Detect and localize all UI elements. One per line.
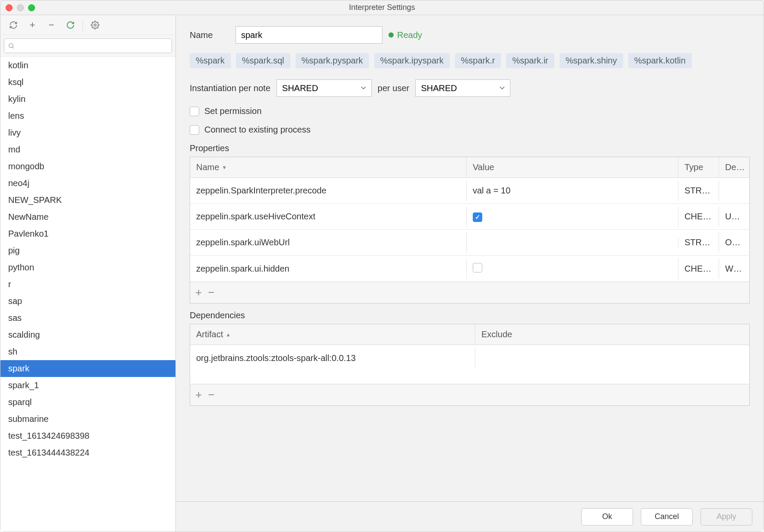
window-title: Interpreter Settings <box>0 3 764 12</box>
sort-asc-icon: ▲ <box>226 332 231 338</box>
settings-gear-button[interactable] <box>86 17 105 33</box>
properties-col-name[interactable]: Name ▼ <box>190 157 467 177</box>
properties-table: Name ▼ Value Type De… zeppelin.SparkInte… <box>190 157 750 304</box>
property-row[interactable]: zeppelin.spark.useHiveContextCHE…Us… <box>190 204 749 230</box>
restart-button[interactable] <box>61 17 80 33</box>
properties-col-type[interactable]: Type <box>678 157 719 177</box>
property-value-checkbox[interactable] <box>473 263 482 272</box>
property-name: zeppelin.spark.useHiveContext <box>190 206 467 227</box>
sidebar-item-sas[interactable]: sas <box>0 310 175 326</box>
interpreter-tag[interactable]: %spark.sql <box>236 53 290 68</box>
set-permission-checkbox[interactable] <box>190 107 199 116</box>
sidebar-item-NewName[interactable]: NewName <box>0 209 175 225</box>
sidebar-item-kylin[interactable]: kylin <box>0 91 175 108</box>
dependencies-col-exclude[interactable]: Exclude <box>475 324 749 345</box>
property-desc <box>719 186 749 196</box>
status-text: Ready <box>397 30 422 40</box>
refresh-button[interactable] <box>4 17 23 33</box>
sidebar-item-test_1613424698398[interactable]: test_1613424698398 <box>0 428 175 444</box>
sort-desc-icon: ▼ <box>222 165 227 171</box>
sidebar-item-pig[interactable]: pig <box>0 242 175 259</box>
dependency-row[interactable]: org.jetbrains.ztools:ztools-spark-all:0.… <box>190 345 749 371</box>
property-value[interactable] <box>467 238 678 248</box>
interpreter-tags: %spark%spark.sql%spark.pyspark%spark.ipy… <box>190 53 750 68</box>
property-desc: O… <box>719 232 749 253</box>
sidebar-toolbar: + − <box>0 15 175 35</box>
properties-col-value[interactable]: Value <box>467 157 678 177</box>
sidebar-item-python[interactable]: python <box>0 259 175 276</box>
per-user-select[interactable]: SHARED <box>415 79 510 97</box>
dependencies-title: Dependencies <box>190 310 750 320</box>
sidebar-item-NEW_SPARK[interactable]: NEW_SPARK <box>0 192 175 209</box>
property-row[interactable]: zeppelin.spark.ui.hiddenCHE…W… <box>190 256 749 282</box>
ok-button[interactable]: Ok <box>581 508 633 526</box>
dependencies-remove-button[interactable]: − <box>208 388 214 402</box>
property-value[interactable]: val a = 10 <box>467 180 678 201</box>
status-dot-icon <box>388 32 394 38</box>
dialog-footer: Ok Cancel Apply <box>176 501 764 532</box>
sidebar-item-sap[interactable]: sap <box>0 293 175 310</box>
add-interpreter-button[interactable]: + <box>23 17 42 33</box>
property-name: zeppelin.spark.ui.hidden <box>190 259 467 279</box>
connect-existing-checkbox[interactable] <box>190 125 199 135</box>
status-indicator: Ready <box>388 30 422 40</box>
sidebar-search-input[interactable] <box>4 38 172 53</box>
sidebar-item-scalding[interactable]: scalding <box>0 326 175 343</box>
interpreter-tag[interactable]: %spark.ir <box>506 53 554 68</box>
sidebar-item-r[interactable]: r <box>0 276 175 293</box>
sidebar-item-sparql[interactable]: sparql <box>0 394 175 411</box>
sidebar-item-sh[interactable]: sh <box>0 343 175 360</box>
property-desc: Us… <box>719 206 749 227</box>
interpreter-tag[interactable]: %spark.r <box>455 53 501 68</box>
property-name: zeppelin.spark.uiWebUrl <box>190 232 467 253</box>
interpreter-tag[interactable]: %spark <box>190 53 231 68</box>
apply-button[interactable]: Apply <box>700 508 752 526</box>
interpreter-tag[interactable]: %spark.shiny <box>560 53 623 68</box>
sidebar-item-Pavlenko1[interactable]: Pavlenko1 <box>0 225 175 242</box>
interpreter-list[interactable]: kotlinksqlkylinlenslivymdmongodbneo4jNEW… <box>0 57 175 532</box>
sidebar-item-mongodb[interactable]: mongodb <box>0 158 175 175</box>
interpreter-tag[interactable]: %spark.pyspark <box>296 53 369 68</box>
svg-point-0 <box>94 24 96 26</box>
interpreter-tag[interactable]: %spark.kotlin <box>628 53 692 68</box>
property-row[interactable]: zeppelin.SparkInterpreter.precodeval a =… <box>190 178 749 204</box>
dependencies-col-artifact[interactable]: Artifact ▲ <box>190 324 475 345</box>
per-user-label: per user <box>378 83 409 93</box>
property-type: STR… <box>678 232 719 253</box>
sidebar-item-neo4j[interactable]: neo4j <box>0 175 175 192</box>
property-value[interactable] <box>467 258 678 280</box>
sidebar-item-spark[interactable]: spark <box>0 360 175 377</box>
dependencies-table: Artifact ▲ Exclude org.jetbrains.ztools:… <box>190 324 750 406</box>
instantiation-select[interactable]: SHARED <box>277 79 372 97</box>
sidebar-item-ksql[interactable]: ksql <box>0 74 175 91</box>
interpreter-tag[interactable]: %spark.ipyspark <box>374 53 450 68</box>
sidebar-item-spark_1[interactable]: spark_1 <box>0 377 175 394</box>
cancel-button[interactable]: Cancel <box>641 508 693 526</box>
sidebar-item-md[interactable]: md <box>0 141 175 158</box>
properties-title: Properties <box>190 143 750 153</box>
sidebar-item-submarine[interactable]: submarine <box>0 411 175 428</box>
sidebar: + − kotlinksqlkylinlenslivymdmongodbneo4… <box>0 15 176 532</box>
instantiation-label: Instantiation per note <box>190 83 271 93</box>
property-name: zeppelin.SparkInterpreter.precode <box>190 180 467 201</box>
name-label: Name <box>190 30 229 40</box>
toolbar-separator <box>83 19 83 31</box>
property-desc: W… <box>719 259 749 279</box>
property-value-checkbox[interactable] <box>473 212 482 222</box>
dependency-exclude <box>475 353 749 363</box>
remove-interpreter-button[interactable]: − <box>42 17 61 33</box>
properties-add-button[interactable]: + <box>195 286 202 299</box>
sidebar-item-livy[interactable]: livy <box>0 124 175 141</box>
property-type: STR… <box>678 180 719 201</box>
sidebar-item-kotlin[interactable]: kotlin <box>0 57 175 74</box>
sidebar-item-lens[interactable]: lens <box>0 108 175 124</box>
sidebar-item-test_1613444438224[interactable]: test_1613444438224 <box>0 444 175 461</box>
property-type: CHE… <box>678 206 719 227</box>
dependencies-add-button[interactable]: + <box>195 388 202 402</box>
property-value[interactable] <box>467 206 678 227</box>
properties-col-desc[interactable]: De… <box>719 157 749 177</box>
properties-remove-button[interactable]: − <box>208 286 214 299</box>
name-input[interactable] <box>236 26 382 44</box>
property-type: CHE… <box>678 259 719 279</box>
property-row[interactable]: zeppelin.spark.uiWebUrlSTR…O… <box>190 230 749 256</box>
